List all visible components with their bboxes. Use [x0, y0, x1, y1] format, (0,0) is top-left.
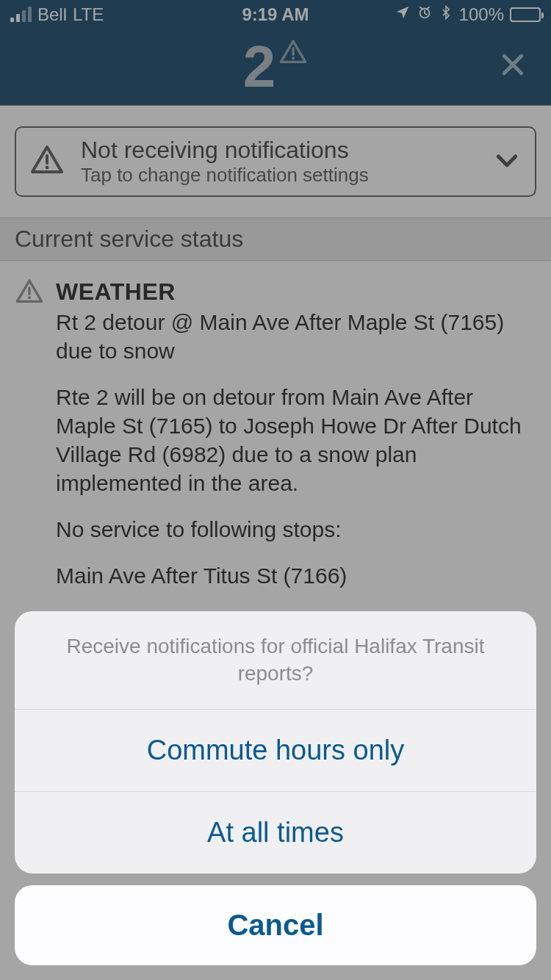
cancel-button[interactable]: Cancel: [15, 885, 536, 965]
option-commute-hours[interactable]: Commute hours only: [15, 710, 536, 792]
option-all-times[interactable]: At all times: [15, 792, 536, 873]
action-sheet: Receive notifications for official Halif…: [15, 611, 536, 965]
action-sheet-message: Receive notifications for official Halif…: [15, 611, 536, 710]
